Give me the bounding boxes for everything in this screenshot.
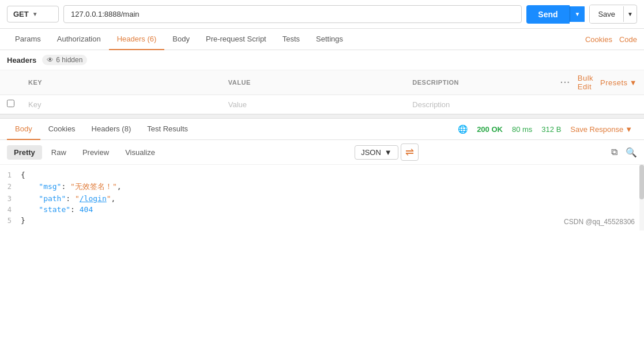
save-dropdown-button[interactable]: ▼ xyxy=(623,6,637,22)
more-options-icon[interactable]: ··· xyxy=(560,78,571,87)
send-button-group: Send ▼ xyxy=(526,5,585,24)
actions-cell xyxy=(553,95,644,114)
line-number-4: 4 xyxy=(0,206,21,214)
presets-button[interactable]: Presets ▼ xyxy=(600,78,637,87)
globe-icon: 🌐 xyxy=(458,124,468,134)
code-line-2: 2 "msg": "无效签名！", xyxy=(0,180,644,193)
response-tab-cookies[interactable]: Cookies xyxy=(40,119,84,140)
json-format-label: JSON xyxy=(361,148,381,157)
code-line-3: 3 "path": "/login", xyxy=(0,193,644,204)
headers-label: Headers xyxy=(7,56,36,65)
eye-icon: 👁 xyxy=(47,56,54,64)
save-response-chevron-icon: ▼ xyxy=(625,125,632,134)
line-number-3: 3 xyxy=(0,195,21,203)
code-wrapper: 1 { 2 "msg": "无效签名！", 3 "path": "/login"… xyxy=(0,165,644,230)
response-status: 🌐 200 OK 80 ms 312 B Save Response ▼ xyxy=(458,124,637,134)
method-chevron-icon: ▼ xyxy=(32,11,38,17)
method-select[interactable]: GET ▼ xyxy=(7,6,59,22)
wrap-button[interactable]: ⇌ xyxy=(401,143,419,161)
presets-chevron-icon: ▼ xyxy=(630,78,637,87)
line-content-2: "msg": "无效签名！", xyxy=(21,180,644,193)
request-tabs: Params Authorization Headers (6) Body Pr… xyxy=(0,29,644,50)
response-tab-body[interactable]: Body xyxy=(7,119,40,140)
col-checkbox xyxy=(0,70,21,95)
method-value: GET xyxy=(13,10,29,18)
tab-tests[interactable]: Tests xyxy=(274,29,308,50)
send-button[interactable]: Send xyxy=(526,5,569,24)
col-desc-header: DESCRIPTION xyxy=(405,70,553,95)
url-bar: GET ▼ Send ▼ Save ▼ xyxy=(0,0,644,29)
hidden-badge[interactable]: 👁 6 hidden xyxy=(42,55,87,65)
line-number-1: 1 xyxy=(0,171,21,179)
line-content-4: "state": 404 xyxy=(21,204,644,215)
col-key-header: KEY xyxy=(21,70,221,95)
code-line-4: 4 "state": 404 xyxy=(0,204,644,215)
top-right-links: Cookies Code xyxy=(585,35,637,44)
format-tab-pretty[interactable]: Pretty xyxy=(7,145,42,160)
value-placeholder: Value xyxy=(228,100,247,109)
tab-headers[interactable]: Headers (6) xyxy=(109,29,165,50)
copy-icon[interactable]: ⧉ xyxy=(611,147,617,157)
cookies-link[interactable]: Cookies xyxy=(585,35,612,44)
format-tab-raw[interactable]: Raw xyxy=(44,145,73,160)
save-button-group: Save ▼ xyxy=(589,5,637,24)
status-ok-text: 200 OK xyxy=(477,125,503,134)
line-content-5: } xyxy=(21,215,644,226)
scrollbar-track[interactable] xyxy=(639,165,644,230)
search-icon[interactable]: 🔍 xyxy=(626,147,637,158)
json-format-select[interactable]: JSON ▼ xyxy=(355,145,398,160)
tab-settings[interactable]: Settings xyxy=(308,29,351,50)
headers-table: KEY VALUE DESCRIPTION ··· Bulk Edit Pres… xyxy=(0,70,644,114)
code-link[interactable]: Code xyxy=(619,35,637,44)
bulk-edit-button[interactable]: Bulk Edit xyxy=(578,74,593,91)
row-checkbox-cell[interactable] xyxy=(0,95,21,114)
table-row: Key Value Description xyxy=(0,95,644,114)
line-number-5: 5 xyxy=(0,217,21,225)
format-tab-preview[interactable]: Preview xyxy=(76,145,116,160)
scrollbar-thumb[interactable] xyxy=(639,165,644,199)
key-cell: Key xyxy=(21,95,221,114)
line-content-3: "path": "/login", xyxy=(21,193,644,204)
response-tabs: Body Cookies Headers (8) Test Results 🌐 … xyxy=(0,119,644,140)
section-divider xyxy=(0,114,644,119)
json-format-chevron-icon: ▼ xyxy=(385,148,392,157)
send-dropdown-button[interactable]: ▼ xyxy=(570,6,585,22)
code-area: 1 { 2 "msg": "无效签名！", 3 "path": "/login"… xyxy=(0,165,644,230)
response-body: 1 { 2 "msg": "无效签名！", 3 "path": "/login"… xyxy=(0,165,644,230)
response-tab-headers[interactable]: Headers (8) xyxy=(84,119,140,140)
hidden-count: 6 hidden xyxy=(56,56,82,64)
col-value-header: VALUE xyxy=(221,70,406,95)
key-placeholder: Key xyxy=(28,100,41,109)
line-content-1: { xyxy=(21,169,644,180)
status-time-text: 80 ms xyxy=(512,125,532,134)
save-button[interactable]: Save xyxy=(590,5,623,23)
tab-body[interactable]: Body xyxy=(164,29,198,50)
tab-pre-request-script[interactable]: Pre-request Script xyxy=(198,29,274,50)
row-checkbox[interactable] xyxy=(7,100,14,107)
line-number-2: 2 xyxy=(0,183,21,191)
url-input[interactable] xyxy=(63,5,522,23)
value-cell: Value xyxy=(221,95,406,114)
tab-params[interactable]: Params xyxy=(7,29,49,50)
code-line-1: 1 { xyxy=(0,169,644,180)
headers-section: Headers 👁 6 hidden xyxy=(0,50,644,70)
format-bar: Pretty Raw Preview Visualize JSON ▼ ⇌ ⧉ … xyxy=(0,140,644,165)
desc-cell: Description xyxy=(405,95,553,114)
desc-placeholder: Description xyxy=(412,100,450,109)
response-tab-test-results[interactable]: Test Results xyxy=(139,119,196,140)
format-tab-visualize[interactable]: Visualize xyxy=(118,145,162,160)
code-line-5: 5 } xyxy=(0,215,644,226)
save-response-button[interactable]: Save Response ▼ xyxy=(570,125,632,134)
status-size-text: 312 B xyxy=(541,125,561,134)
headers-table-wrapper: KEY VALUE DESCRIPTION ··· Bulk Edit Pres… xyxy=(0,70,644,114)
col-actions-header: ··· Bulk Edit Presets ▼ xyxy=(553,70,644,95)
tab-authorization[interactable]: Authorization xyxy=(49,29,109,50)
